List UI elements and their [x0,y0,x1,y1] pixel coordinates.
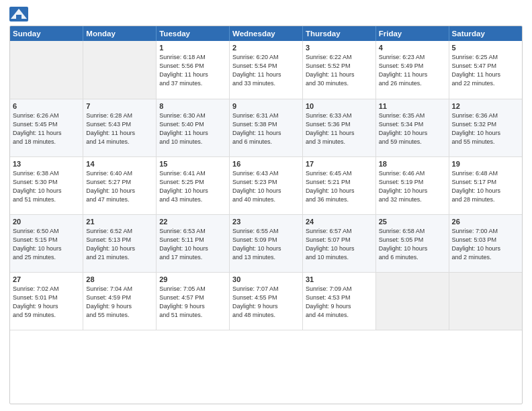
table-row [375,272,449,330]
day-number: 8 [159,102,226,110]
day-header-sunday: Sunday [10,26,83,41]
table-row: 25Sunrise: 6:58 AM Sunset: 5:05 PM Dayli… [375,214,449,272]
day-info: Sunrise: 6:52 AM Sunset: 5:13 PM Dayligh… [86,227,153,262]
day-header-thursday: Thursday [302,26,375,41]
logo-icon [9,7,28,21]
day-number: 4 [379,44,446,52]
table-row: 6Sunrise: 6:26 AM Sunset: 5:45 PM Daylig… [10,99,83,156]
calendar: SundayMondayTuesdayWednesdayThursdayFrid… [9,26,523,404]
day-number: 7 [86,102,153,110]
day-number: 23 [232,218,300,226]
day-info: Sunrise: 6:53 AM Sunset: 5:11 PM Dayligh… [159,227,226,262]
day-number: 11 [379,102,446,110]
day-number: 17 [306,160,373,168]
day-info: Sunrise: 6:26 AM Sunset: 5:45 PM Dayligh… [13,111,80,146]
day-number: 9 [232,102,300,110]
table-row: 1Sunrise: 6:18 AM Sunset: 5:56 PM Daylig… [157,41,230,99]
day-info: Sunrise: 6:38 AM Sunset: 5:30 PM Dayligh… [13,169,80,204]
table-row: 9Sunrise: 6:31 AM Sunset: 5:38 PM Daylig… [230,99,303,156]
day-info: Sunrise: 6:58 AM Sunset: 5:05 PM Dayligh… [379,227,446,262]
day-number: 22 [159,218,226,226]
day-info: Sunrise: 7:00 AM Sunset: 5:03 PM Dayligh… [452,227,519,262]
day-number: 12 [452,102,519,110]
table-row: 16Sunrise: 6:43 AM Sunset: 5:23 PM Dayli… [230,156,303,214]
day-info: Sunrise: 6:31 AM Sunset: 5:38 PM Dayligh… [232,111,300,146]
table-row: 10Sunrise: 6:33 AM Sunset: 5:36 PM Dayli… [302,99,375,156]
table-row: 21Sunrise: 6:52 AM Sunset: 5:13 PM Dayli… [83,214,157,272]
table-row [449,272,522,330]
day-number: 31 [306,275,373,283]
table-row: 31Sunrise: 7:09 AM Sunset: 4:53 PM Dayli… [302,272,375,330]
table-row: 26Sunrise: 7:00 AM Sunset: 5:03 PM Dayli… [449,214,522,272]
day-header-monday: Monday [83,26,157,41]
day-info: Sunrise: 6:40 AM Sunset: 5:27 PM Dayligh… [86,169,153,204]
table-row: 27Sunrise: 7:02 AM Sunset: 5:01 PM Dayli… [10,272,83,330]
day-info: Sunrise: 7:07 AM Sunset: 4:55 PM Dayligh… [232,285,300,320]
table-row: 30Sunrise: 7:07 AM Sunset: 4:55 PM Dayli… [230,272,303,330]
day-number: 10 [306,102,373,110]
table-row: 18Sunrise: 6:46 AM Sunset: 5:19 PM Dayli… [375,156,449,214]
day-number: 13 [13,160,80,168]
table-row: 17Sunrise: 6:45 AM Sunset: 5:21 PM Dayli… [302,156,375,214]
table-row: 2Sunrise: 6:20 AM Sunset: 5:54 PM Daylig… [230,41,303,99]
day-info: Sunrise: 6:35 AM Sunset: 5:34 PM Dayligh… [379,111,446,146]
day-info: Sunrise: 6:55 AM Sunset: 5:09 PM Dayligh… [232,227,300,262]
day-info: Sunrise: 6:57 AM Sunset: 5:07 PM Dayligh… [306,227,373,262]
day-info: Sunrise: 6:22 AM Sunset: 5:52 PM Dayligh… [306,53,373,88]
logo [9,7,31,21]
day-number: 20 [13,218,80,226]
day-number: 16 [232,160,300,168]
table-row: 14Sunrise: 6:40 AM Sunset: 5:27 PM Dayli… [83,156,157,214]
day-header-friday: Friday [375,26,449,41]
day-number: 14 [86,160,153,168]
day-number: 2 [232,44,300,52]
table-row: 22Sunrise: 6:53 AM Sunset: 5:11 PM Dayli… [157,214,230,272]
day-number: 1 [159,44,226,52]
day-number: 3 [306,44,373,52]
table-row: 29Sunrise: 7:05 AM Sunset: 4:57 PM Dayli… [157,272,230,330]
table-row: 12Sunrise: 6:36 AM Sunset: 5:32 PM Dayli… [449,99,522,156]
day-info: Sunrise: 6:28 AM Sunset: 5:43 PM Dayligh… [86,111,153,146]
table-row: 11Sunrise: 6:35 AM Sunset: 5:34 PM Dayli… [375,99,449,156]
day-number: 6 [13,102,80,110]
day-info: Sunrise: 6:36 AM Sunset: 5:32 PM Dayligh… [452,111,519,146]
day-header-tuesday: Tuesday [157,26,230,41]
table-row: 24Sunrise: 6:57 AM Sunset: 5:07 PM Dayli… [302,214,375,272]
table-row: 4Sunrise: 6:23 AM Sunset: 5:49 PM Daylig… [375,41,449,99]
day-number: 27 [13,275,80,283]
day-header-wednesday: Wednesday [230,26,303,41]
day-info: Sunrise: 6:46 AM Sunset: 5:19 PM Dayligh… [379,169,446,204]
day-info: Sunrise: 6:33 AM Sunset: 5:36 PM Dayligh… [306,111,373,146]
day-number: 29 [159,275,226,283]
table-row: 23Sunrise: 6:55 AM Sunset: 5:09 PM Dayli… [230,214,303,272]
day-info: Sunrise: 6:41 AM Sunset: 5:25 PM Dayligh… [159,169,226,204]
day-info: Sunrise: 6:25 AM Sunset: 5:47 PM Dayligh… [452,53,519,88]
day-number: 18 [379,160,446,168]
day-info: Sunrise: 6:30 AM Sunset: 5:40 PM Dayligh… [159,111,226,146]
day-number: 19 [452,160,519,168]
table-row: 15Sunrise: 6:41 AM Sunset: 5:25 PM Dayli… [157,156,230,214]
day-info: Sunrise: 6:20 AM Sunset: 5:54 PM Dayligh… [232,53,300,88]
svg-rect-2 [16,15,21,19]
day-number: 5 [452,44,519,52]
table-row: 19Sunrise: 6:48 AM Sunset: 5:17 PM Dayli… [449,156,522,214]
day-info: Sunrise: 6:23 AM Sunset: 5:49 PM Dayligh… [379,53,446,88]
day-number: 28 [86,275,153,283]
table-row: 3Sunrise: 6:22 AM Sunset: 5:52 PM Daylig… [302,41,375,99]
day-info: Sunrise: 6:18 AM Sunset: 5:56 PM Dayligh… [159,53,226,88]
table-row: 20Sunrise: 6:50 AM Sunset: 5:15 PM Dayli… [10,214,83,272]
day-number: 15 [159,160,226,168]
table-row [10,41,83,99]
day-number: 30 [232,275,300,283]
table-row: 7Sunrise: 6:28 AM Sunset: 5:43 PM Daylig… [83,99,157,156]
day-info: Sunrise: 6:50 AM Sunset: 5:15 PM Dayligh… [13,227,80,262]
day-info: Sunrise: 6:45 AM Sunset: 5:21 PM Dayligh… [306,169,373,204]
day-info: Sunrise: 6:48 AM Sunset: 5:17 PM Dayligh… [452,169,519,204]
day-header-saturday: Saturday [449,26,522,41]
day-number: 26 [452,218,519,226]
table-row: 8Sunrise: 6:30 AM Sunset: 5:40 PM Daylig… [157,99,230,156]
day-info: Sunrise: 7:05 AM Sunset: 4:57 PM Dayligh… [159,285,226,320]
day-info: Sunrise: 7:09 AM Sunset: 4:53 PM Dayligh… [306,285,373,320]
table-row: 13Sunrise: 6:38 AM Sunset: 5:30 PM Dayli… [10,156,83,214]
page-header [9,7,523,21]
